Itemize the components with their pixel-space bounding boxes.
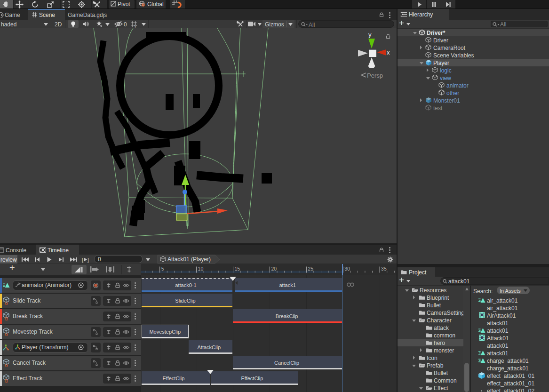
svg-text:]: ] [88,257,89,263]
svg-text:{}: {} [5,378,8,383]
svg-text:30: 30 [344,266,350,272]
svg-text:{}: {} [5,363,8,367]
svg-text:{}: {} [5,301,8,305]
svg-text:15: 15 [235,266,240,272]
svg-text:x: x [387,49,390,56]
svg-text:35: 35 [381,266,387,272]
svg-text:{}: {} [5,316,8,320]
svg-text:25: 25 [308,266,313,272]
svg-text:y: y [368,31,372,38]
svg-text:20: 20 [271,266,277,272]
svg-text:[: [ [82,257,83,263]
svg-text:5: 5 [161,266,164,272]
svg-text:{}: {} [5,332,8,336]
svg-text:10: 10 [198,266,204,272]
